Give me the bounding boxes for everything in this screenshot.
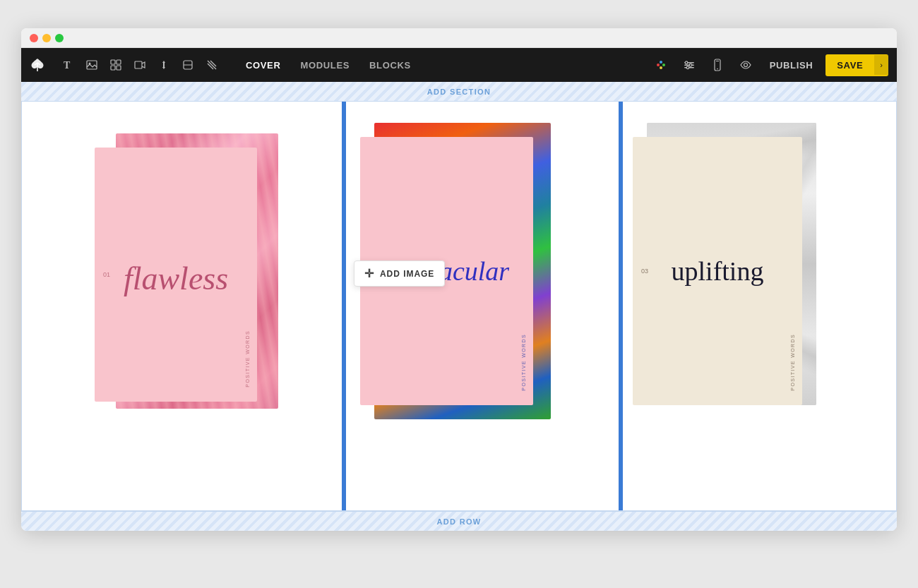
svg-rect-4 (117, 60, 121, 64)
title-bar (21, 28, 897, 48)
nav-modules[interactable]: MODULES (290, 56, 359, 75)
card1-subtitle: POSITIVE WORDS (245, 330, 250, 388)
card3-front: 03 uplifting POSITIVE WORDS (633, 137, 802, 405)
crosshair-icon: ✛ (364, 267, 374, 280)
card3-word: uplifting (672, 256, 764, 287)
nav-blocks[interactable]: BLOCKS (359, 56, 421, 75)
svg-point-24 (717, 68, 718, 70)
book-card-1[interactable]: 01 flawless POSITIVE WORDS (95, 133, 278, 409)
svg-point-15 (662, 64, 665, 66)
svg-line-12 (210, 61, 216, 66)
svg-rect-5 (111, 66, 115, 70)
svg-rect-1 (87, 61, 97, 69)
card1-word: flawless (124, 260, 228, 297)
tool-icons: T (56, 54, 223, 76)
color-dots-icon[interactable] (650, 54, 672, 76)
column-divider-right (619, 102, 623, 510)
svg-rect-6 (117, 66, 121, 70)
svg-rect-7 (135, 61, 142, 68)
close-button[interactable] (30, 34, 38, 42)
save-button-group: SAVE › (825, 54, 888, 76)
text-tool-icon[interactable]: T (56, 54, 79, 76)
svg-point-20 (685, 61, 688, 64)
add-row-bar[interactable]: ADD ROW (21, 511, 897, 531)
toolbar-right: PUBLISH SAVE › (650, 54, 888, 76)
card3-subtitle: POSITIVE WORDS (790, 334, 795, 391)
canvas: 01 flawless POSITIVE WORDS 02 spectacula… (21, 102, 897, 511)
widget-tool-icon[interactable] (177, 54, 199, 76)
svg-point-22 (686, 66, 689, 69)
video-tool-icon[interactable] (129, 54, 151, 76)
svg-line-11 (208, 64, 213, 69)
svg-rect-8 (163, 63, 165, 67)
pattern-tool-icon[interactable] (201, 54, 223, 76)
add-section-bar[interactable]: ADD SECTION (21, 82, 897, 102)
save-button[interactable]: SAVE (825, 54, 874, 76)
gallery-tool-icon[interactable] (105, 54, 127, 76)
card3-number: 03 (641, 268, 648, 275)
app-window: T (21, 28, 897, 531)
add-image-label: ADD IMAGE (380, 269, 434, 279)
nav-cover[interactable]: COVER (236, 56, 290, 75)
book-card-3[interactable]: 03 uplifting POSITIVE WORDS (633, 123, 830, 419)
maximize-button[interactable] (55, 34, 64, 42)
mobile-preview-icon[interactable] (706, 54, 729, 76)
svg-point-13 (657, 64, 660, 66)
book-column-1: 01 flawless POSITIVE WORDS (50, 123, 323, 419)
column-divider-left (342, 102, 346, 510)
card1-number: 01 (103, 271, 110, 278)
add-image-tooltip[interactable]: ✛ ADD IMAGE (354, 260, 445, 287)
svg-rect-3 (111, 60, 115, 64)
book-column-3: 03 uplifting POSITIVE WORDS (595, 123, 868, 419)
card1-front: 01 flawless POSITIVE WORDS (95, 148, 257, 402)
canvas-inner: 01 flawless POSITIVE WORDS 02 spectacula… (22, 102, 896, 440)
svg-point-16 (660, 66, 662, 69)
nav-tabs: COVER MODULES BLOCKS (236, 56, 421, 75)
svg-text:T: T (64, 60, 71, 71)
svg-point-14 (660, 61, 662, 64)
add-row-label: ADD ROW (436, 517, 481, 526)
save-chevron-icon[interactable]: › (874, 55, 888, 75)
publish-button[interactable]: PUBLISH (763, 56, 821, 75)
layout-tool-icon[interactable] (153, 54, 175, 76)
image-tool-icon[interactable] (81, 54, 103, 76)
minimize-button[interactable] (42, 34, 51, 42)
svg-point-21 (689, 64, 692, 66)
svg-point-26 (744, 64, 747, 67)
add-section-label: ADD SECTION (427, 88, 491, 96)
eye-preview-icon[interactable] (734, 54, 757, 76)
app-logo[interactable] (30, 57, 45, 73)
settings-icon[interactable] (678, 54, 701, 76)
card2-subtitle: POSITIVE WORDS (521, 334, 526, 391)
toolbar: T (21, 48, 897, 82)
